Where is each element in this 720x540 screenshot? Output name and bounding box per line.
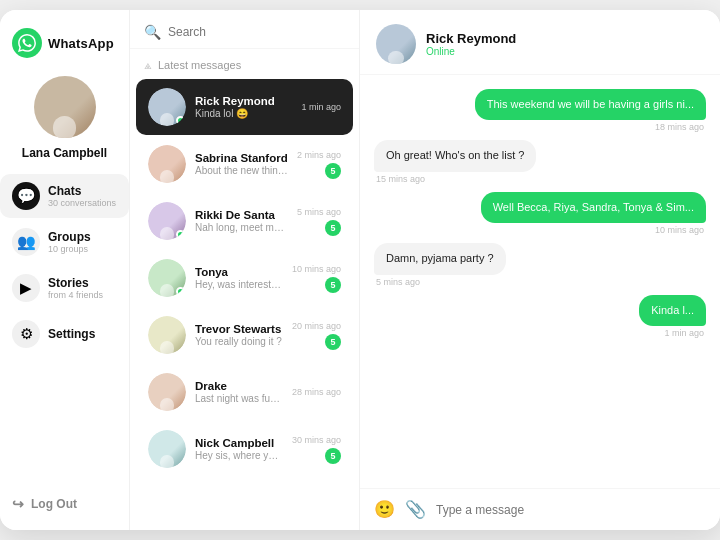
chat-preview-nick: Hey sis, where you at ? <box>195 450 283 461</box>
chat-preview-rick: Kinda lol 😄 <box>195 108 292 119</box>
chat-item-rick[interactable]: Rick Reymond Kinda lol 😄 1 min ago <box>136 79 353 135</box>
app-logo: WhatsApp <box>0 28 129 58</box>
chat-item-trevor[interactable]: Trevor Stewarts You really doing it ? 20… <box>136 307 353 363</box>
chat-window-avatar <box>376 24 416 64</box>
stories-icon: ▶ <box>12 274 40 302</box>
chat-item-drake[interactable]: Drake Last night was funn 😄 28 mins ago <box>136 364 353 420</box>
message-3: Well Becca, Riya, Sandra, Tonya & Sim...… <box>481 192 706 235</box>
message-time-2: 15 mins ago <box>374 174 427 184</box>
stories-sub: from 4 friends <box>48 290 103 300</box>
sidebar-item-chats[interactable]: 💬 Chats 30 conversations <box>0 174 129 218</box>
filter-bar: ⟁ Latest messages <box>130 49 359 78</box>
settings-icon: ⚙ <box>12 320 40 348</box>
message-bubble-4: Damn, pyjama party ? <box>374 243 506 274</box>
chat-time-drake: 28 mins ago <box>292 387 341 397</box>
online-dot-tonya <box>176 287 185 296</box>
chat-window-header: Rick Reymond Online <box>360 10 720 75</box>
groups-sub: 10 groups <box>48 244 91 254</box>
message-bubble-1: This weekend we will be having a girls n… <box>475 89 706 120</box>
chat-item-sabrina[interactable]: Sabrina Stanford About the new things at… <box>136 136 353 192</box>
chat-list-panel: 🔍 ⟁ Latest messages <box>130 10 360 530</box>
message-4: Damn, pyjama party ? 5 mins ago <box>374 243 506 286</box>
sidebar-nav: 💬 Chats 30 conversations 👥 Groups 10 gro… <box>0 174 129 484</box>
unread-badge-trevor: 5 <box>325 334 341 350</box>
message-time-1: 18 mins ago <box>653 122 706 132</box>
chat-item-nick[interactable]: Nick Campbell Hey sis, where you at ? 30… <box>136 421 353 477</box>
chat-messages: This weekend we will be having a girls n… <box>360 75 720 488</box>
chat-avatar-rikki <box>148 202 186 240</box>
message-1: This weekend we will be having a girls n… <box>475 89 706 132</box>
message-time-5: 1 min ago <box>662 328 706 338</box>
sidebar-item-groups[interactable]: 👥 Groups 10 groups <box>0 220 129 264</box>
user-name: Lana Campbell <box>22 146 107 160</box>
sidebar: WhatsApp Lana Campbell 💬 Chats 30 conver… <box>0 10 130 530</box>
chat-time-sabrina: 2 mins ago <box>297 150 341 160</box>
search-input[interactable] <box>168 25 345 39</box>
chat-avatar-trevor <box>148 316 186 354</box>
chat-avatar-drake <box>148 373 186 411</box>
online-dot-rikki <box>176 230 185 239</box>
user-avatar <box>34 76 96 138</box>
chat-time-rikki: 5 mins ago <box>297 207 341 217</box>
message-bubble-5: Kinda l... <box>639 295 706 326</box>
message-time-3: 10 mins ago <box>653 225 706 235</box>
message-time-4: 5 mins ago <box>374 277 422 287</box>
whatsapp-logo-icon <box>12 28 42 58</box>
chat-time-nick: 30 mins ago <box>292 435 341 445</box>
chat-preview-sabrina: About the new things at my office... <box>195 165 288 176</box>
emoji-icon[interactable]: 🙂 <box>374 499 395 520</box>
attach-icon[interactable]: 📎 <box>405 499 426 520</box>
filter-icon: ⟁ <box>144 57 152 72</box>
chat-list-items: Rick Reymond Kinda lol 😄 1 min ago <box>130 78 359 530</box>
unread-badge-rikki: 5 <box>325 220 341 236</box>
unread-badge-sabrina: 5 <box>325 163 341 179</box>
chats-label: Chats <box>48 184 116 198</box>
chat-preview-drake: Last night was funn 😄 <box>195 393 283 404</box>
search-bar: 🔍 <box>130 10 359 49</box>
message-input[interactable] <box>436 503 706 517</box>
chat-name-trevor: Trevor Stewarts <box>195 323 283 335</box>
logout-icon: ↪ <box>12 496 24 512</box>
chat-window: Rick Reymond Online This weekend we will… <box>360 10 720 530</box>
chat-input-bar: 🙂 📎 <box>360 488 720 530</box>
chat-name-tonya: Tonya <box>195 266 283 278</box>
message-5: Kinda l... 1 min ago <box>639 295 706 338</box>
chat-name-rikki: Rikki De Santa <box>195 209 288 221</box>
chat-item-rikki[interactable]: Rikki De Santa Nah long, meet me soon ba… <box>136 193 353 249</box>
chat-avatar-tonya <box>148 259 186 297</box>
stories-label: Stories <box>48 276 103 290</box>
chat-preview-trevor: You really doing it ? <box>195 336 283 347</box>
sidebar-item-settings[interactable]: ⚙ Settings <box>0 312 129 356</box>
search-icon: 🔍 <box>144 24 161 40</box>
logout-button[interactable]: ↪ Log Out <box>0 488 129 520</box>
app-container: WhatsApp Lana Campbell 💬 Chats 30 conver… <box>0 10 720 530</box>
chat-avatar-sabrina <box>148 145 186 183</box>
chat-time-tonya: 10 mins ago <box>292 264 341 274</box>
chat-window-name: Rick Reymond <box>426 31 516 46</box>
chats-icon: 💬 <box>12 182 40 210</box>
chat-avatar-rick <box>148 88 186 126</box>
app-name: WhatsApp <box>48 36 114 51</box>
chat-preview-rikki: Nah long, meet me soon bae ❤ <box>195 222 288 233</box>
online-dot-rick <box>176 116 185 125</box>
chat-item-tonya[interactable]: Tonya Hey, was interested in the opportu… <box>136 250 353 306</box>
groups-icon: 👥 <box>12 228 40 256</box>
chat-name-sabrina: Sabrina Stanford <box>195 152 288 164</box>
chat-name-rick: Rick Reymond <box>195 95 292 107</box>
groups-label: Groups <box>48 230 91 244</box>
message-bubble-3: Well Becca, Riya, Sandra, Tonya & Sim... <box>481 192 706 223</box>
message-bubble-2: Oh great! Who's on the list ? <box>374 140 536 171</box>
chat-time-trevor: 20 mins ago <box>292 321 341 331</box>
chat-time-rick: 1 min ago <box>301 102 341 112</box>
chat-preview-tonya: Hey, was interested in the opportu... <box>195 279 283 290</box>
chats-sub: 30 conversations <box>48 198 116 208</box>
unread-badge-tonya: 5 <box>325 277 341 293</box>
sidebar-item-stories[interactable]: ▶ Stories from 4 friends <box>0 266 129 310</box>
unread-badge-nick: 5 <box>325 448 341 464</box>
settings-label: Settings <box>48 327 95 341</box>
chat-name-drake: Drake <box>195 380 283 392</box>
chat-name-nick: Nick Campbell <box>195 437 283 449</box>
logout-label: Log Out <box>31 497 77 511</box>
filter-label: Latest messages <box>158 59 241 71</box>
message-2: Oh great! Who's on the list ? 15 mins ag… <box>374 140 536 183</box>
